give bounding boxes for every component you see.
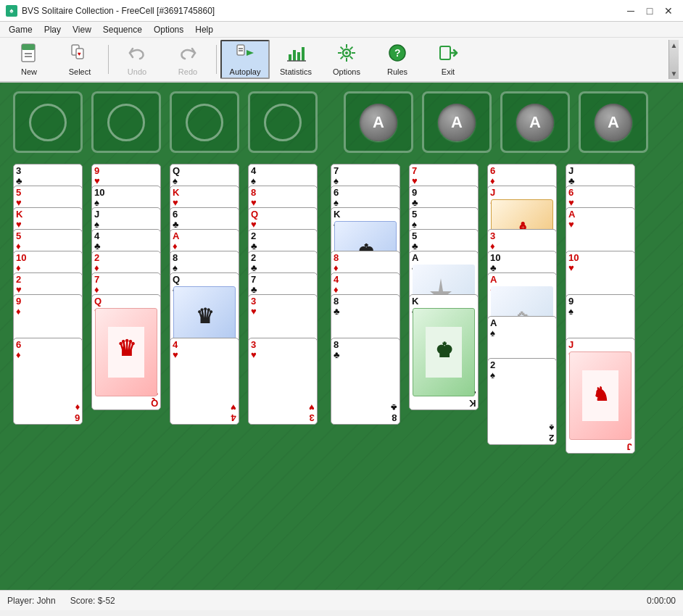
foundation-spades-a: A	[360, 104, 397, 141]
card-qh-court[interactable]: Q♥ Q♥ ♛	[91, 294, 161, 410]
minimize-button[interactable]: ─	[622, 4, 639, 18]
menu-view[interactable]: View	[67, 23, 97, 36]
svg-rect-11	[289, 54, 291, 61]
exit-icon	[438, 43, 458, 66]
undo-icon	[127, 43, 147, 66]
select-label: Select	[69, 67, 91, 76]
rules-icon: ?	[387, 43, 407, 66]
redo-button[interactable]: Redo	[163, 40, 212, 79]
card-8c-2[interactable]: 8♣ 8♣	[331, 338, 400, 425]
status-left: Player: John Score: $-52	[7, 596, 115, 606]
foundation-diamonds[interactable]: A	[500, 91, 570, 153]
svg-rect-7	[237, 45, 244, 55]
menu-game[interactable]: Game	[3, 23, 38, 36]
autoplay-button[interactable]: Autoplay	[220, 40, 270, 79]
foundation-clubs[interactable]: A	[579, 91, 648, 153]
svg-rect-12	[293, 50, 296, 61]
menu-sequence[interactable]: Sequence	[97, 23, 148, 36]
new-icon	[19, 43, 39, 66]
menubar: Game Play View Sequence Options Help	[0, 22, 683, 38]
svg-line-23	[350, 57, 353, 59]
card-3h-2[interactable]: 3♥ 3♥	[248, 338, 318, 425]
svg-rect-14	[302, 47, 305, 61]
menu-help[interactable]: Help	[189, 23, 219, 36]
exit-label: Exit	[442, 67, 455, 76]
toolbar-separator-2	[216, 45, 217, 74]
freecell-1-circle	[29, 104, 67, 141]
svg-line-22	[341, 47, 344, 50]
freecell-3[interactable]	[170, 91, 239, 153]
window-controls: ─ □ ✕	[622, 4, 677, 18]
window-title: BVS Solitaire Collection - FreeCell [#36…	[22, 6, 622, 16]
svg-marker-8	[247, 50, 254, 56]
svg-text:♛: ♛	[196, 305, 214, 328]
timer: 0:00:00	[647, 596, 676, 606]
svg-point-17	[345, 51, 348, 54]
statistics-icon	[286, 43, 306, 66]
svg-line-25	[341, 57, 344, 59]
game-area: A A A A 3♣ 3♣ 5♥ 5♥ K♥ K♥ 5♦ 5♦ 10♦ 10♦ …	[0, 83, 683, 590]
new-button[interactable]: New	[4, 40, 54, 79]
toolbar: New ♥ Select Undo Redo Autoplay Statisti…	[0, 38, 683, 83]
player-name: Player: John	[7, 596, 56, 606]
undo-label: Undo	[128, 67, 146, 76]
maximize-button[interactable]: □	[641, 4, 658, 18]
foundation-spades[interactable]: A	[344, 91, 413, 153]
statusbar: Player: John Score: $-52 0:00:00	[0, 590, 683, 610]
statistics-button[interactable]: Statistics	[271, 40, 320, 79]
redo-label: Redo	[178, 67, 197, 76]
undo-button[interactable]: Undo	[112, 40, 162, 79]
toolbar-scrollbar[interactable]: ▲ ▼	[668, 40, 679, 79]
options-label: Options	[333, 67, 360, 76]
freecell-1[interactable]	[13, 91, 83, 153]
select-button[interactable]: ♥ Select	[55, 40, 104, 79]
svg-rect-13	[297, 52, 300, 61]
foundation-diamonds-a: A	[516, 104, 554, 141]
exit-button[interactable]: Exit	[423, 40, 473, 79]
svg-text:?: ?	[394, 47, 401, 59]
svg-text:♞: ♞	[592, 383, 609, 405]
titlebar: ♠ BVS Solitaire Collection - FreeCell [#…	[0, 0, 683, 22]
card-kc-court[interactable]: K♣ K♣ ♚	[409, 294, 479, 410]
rules-label: Rules	[387, 67, 407, 76]
svg-text:♛: ♛	[117, 336, 136, 360]
svg-rect-1	[22, 44, 35, 50]
freecell-3-circle	[186, 104, 223, 141]
options-button[interactable]: Options	[322, 40, 371, 79]
foundation-hearts-a: A	[438, 104, 476, 141]
card-6d-1[interactable]: 6♦ 6♦	[13, 338, 83, 425]
toolbar-separator-1	[108, 45, 109, 74]
foundation-hearts[interactable]: A	[422, 91, 492, 153]
card-4h[interactable]: 4♥ 4♥	[170, 338, 239, 425]
svg-rect-28	[440, 46, 450, 59]
freecell-2[interactable]	[91, 91, 161, 153]
redo-icon	[178, 43, 198, 66]
rules-button[interactable]: ? Rules	[373, 40, 422, 79]
card-2s[interactable]: 2♠ 2♠	[487, 358, 557, 445]
card-jh-court[interactable]: J♥ J♥ ♞	[566, 338, 635, 454]
statistics-label: Statistics	[280, 67, 312, 76]
svg-line-24	[350, 47, 353, 50]
scroll-down-arrow[interactable]: ▼	[671, 70, 678, 78]
new-label: New	[21, 67, 37, 76]
select-icon: ♥	[70, 43, 90, 66]
freecell-4[interactable]	[248, 91, 318, 153]
svg-text:♥: ♥	[78, 51, 81, 57]
foundation-clubs-a: A	[595, 104, 632, 141]
menu-play[interactable]: Play	[38, 23, 67, 36]
autoplay-label: Autoplay	[230, 67, 261, 76]
close-button[interactable]: ✕	[660, 4, 677, 18]
options-icon	[336, 43, 357, 66]
freecell-2-circle	[107, 104, 145, 141]
freecell-4-circle	[264, 104, 302, 141]
score: Score: $-52	[70, 596, 115, 606]
menu-options[interactable]: Options	[148, 23, 189, 36]
scroll-up-arrow[interactable]: ▲	[671, 41, 678, 49]
app-icon: ♠	[6, 5, 17, 17]
svg-text:♚: ♚	[435, 339, 453, 362]
autoplay-icon	[235, 43, 255, 66]
